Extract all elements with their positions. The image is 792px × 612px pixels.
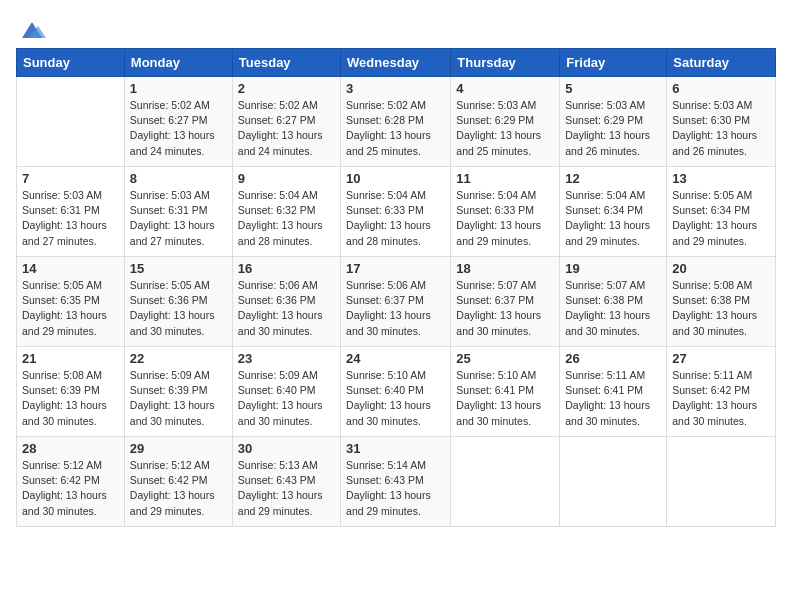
day-info: Sunrise: 5:08 AMSunset: 6:39 PMDaylight:… (22, 368, 119, 429)
day-number: 17 (346, 261, 445, 276)
page-header (16, 16, 776, 40)
day-number: 9 (238, 171, 335, 186)
day-info: Sunrise: 5:06 AMSunset: 6:37 PMDaylight:… (346, 278, 445, 339)
day-number: 3 (346, 81, 445, 96)
day-cell: 20Sunrise: 5:08 AMSunset: 6:38 PMDayligh… (667, 257, 776, 347)
weekday-tuesday: Tuesday (232, 49, 340, 77)
day-number: 26 (565, 351, 661, 366)
day-number: 29 (130, 441, 227, 456)
weekday-monday: Monday (124, 49, 232, 77)
day-cell: 7Sunrise: 5:03 AMSunset: 6:31 PMDaylight… (17, 167, 125, 257)
calendar-table: SundayMondayTuesdayWednesdayThursdayFrid… (16, 48, 776, 527)
day-number: 16 (238, 261, 335, 276)
day-info: Sunrise: 5:03 AMSunset: 6:29 PMDaylight:… (456, 98, 554, 159)
day-info: Sunrise: 5:14 AMSunset: 6:43 PMDaylight:… (346, 458, 445, 519)
day-number: 20 (672, 261, 770, 276)
weekday-saturday: Saturday (667, 49, 776, 77)
day-number: 19 (565, 261, 661, 276)
weekday-friday: Friday (560, 49, 667, 77)
day-cell: 11Sunrise: 5:04 AMSunset: 6:33 PMDayligh… (451, 167, 560, 257)
day-info: Sunrise: 5:07 AMSunset: 6:37 PMDaylight:… (456, 278, 554, 339)
day-cell: 23Sunrise: 5:09 AMSunset: 6:40 PMDayligh… (232, 347, 340, 437)
day-info: Sunrise: 5:06 AMSunset: 6:36 PMDaylight:… (238, 278, 335, 339)
day-number: 14 (22, 261, 119, 276)
day-cell: 22Sunrise: 5:09 AMSunset: 6:39 PMDayligh… (124, 347, 232, 437)
day-number: 21 (22, 351, 119, 366)
day-cell: 4Sunrise: 5:03 AMSunset: 6:29 PMDaylight… (451, 77, 560, 167)
day-info: Sunrise: 5:10 AMSunset: 6:40 PMDaylight:… (346, 368, 445, 429)
day-cell: 2Sunrise: 5:02 AMSunset: 6:27 PMDaylight… (232, 77, 340, 167)
day-number: 15 (130, 261, 227, 276)
day-info: Sunrise: 5:08 AMSunset: 6:38 PMDaylight:… (672, 278, 770, 339)
day-number: 24 (346, 351, 445, 366)
day-number: 2 (238, 81, 335, 96)
week-row-2: 7Sunrise: 5:03 AMSunset: 6:31 PMDaylight… (17, 167, 776, 257)
weekday-sunday: Sunday (17, 49, 125, 77)
day-info: Sunrise: 5:11 AMSunset: 6:42 PMDaylight:… (672, 368, 770, 429)
day-cell: 3Sunrise: 5:02 AMSunset: 6:28 PMDaylight… (341, 77, 451, 167)
week-row-3: 14Sunrise: 5:05 AMSunset: 6:35 PMDayligh… (17, 257, 776, 347)
day-cell: 27Sunrise: 5:11 AMSunset: 6:42 PMDayligh… (667, 347, 776, 437)
day-cell (667, 437, 776, 527)
day-cell: 16Sunrise: 5:06 AMSunset: 6:36 PMDayligh… (232, 257, 340, 347)
day-cell: 8Sunrise: 5:03 AMSunset: 6:31 PMDaylight… (124, 167, 232, 257)
day-cell: 26Sunrise: 5:11 AMSunset: 6:41 PMDayligh… (560, 347, 667, 437)
day-cell: 5Sunrise: 5:03 AMSunset: 6:29 PMDaylight… (560, 77, 667, 167)
day-cell (560, 437, 667, 527)
day-info: Sunrise: 5:02 AMSunset: 6:28 PMDaylight:… (346, 98, 445, 159)
day-number: 6 (672, 81, 770, 96)
day-number: 30 (238, 441, 335, 456)
day-info: Sunrise: 5:09 AMSunset: 6:40 PMDaylight:… (238, 368, 335, 429)
day-cell: 24Sunrise: 5:10 AMSunset: 6:40 PMDayligh… (341, 347, 451, 437)
day-number: 27 (672, 351, 770, 366)
day-cell: 13Sunrise: 5:05 AMSunset: 6:34 PMDayligh… (667, 167, 776, 257)
day-cell: 28Sunrise: 5:12 AMSunset: 6:42 PMDayligh… (17, 437, 125, 527)
day-cell: 19Sunrise: 5:07 AMSunset: 6:38 PMDayligh… (560, 257, 667, 347)
day-number: 7 (22, 171, 119, 186)
day-info: Sunrise: 5:04 AMSunset: 6:33 PMDaylight:… (456, 188, 554, 249)
day-number: 13 (672, 171, 770, 186)
day-info: Sunrise: 5:04 AMSunset: 6:34 PMDaylight:… (565, 188, 661, 249)
week-row-4: 21Sunrise: 5:08 AMSunset: 6:39 PMDayligh… (17, 347, 776, 437)
day-number: 8 (130, 171, 227, 186)
day-info: Sunrise: 5:11 AMSunset: 6:41 PMDaylight:… (565, 368, 661, 429)
day-info: Sunrise: 5:04 AMSunset: 6:32 PMDaylight:… (238, 188, 335, 249)
day-cell: 12Sunrise: 5:04 AMSunset: 6:34 PMDayligh… (560, 167, 667, 257)
day-info: Sunrise: 5:03 AMSunset: 6:31 PMDaylight:… (130, 188, 227, 249)
day-number: 31 (346, 441, 445, 456)
day-info: Sunrise: 5:03 AMSunset: 6:31 PMDaylight:… (22, 188, 119, 249)
weekday-thursday: Thursday (451, 49, 560, 77)
weekday-wednesday: Wednesday (341, 49, 451, 77)
day-number: 10 (346, 171, 445, 186)
day-info: Sunrise: 5:05 AMSunset: 6:35 PMDaylight:… (22, 278, 119, 339)
day-number: 12 (565, 171, 661, 186)
day-info: Sunrise: 5:04 AMSunset: 6:33 PMDaylight:… (346, 188, 445, 249)
day-info: Sunrise: 5:12 AMSunset: 6:42 PMDaylight:… (130, 458, 227, 519)
day-info: Sunrise: 5:03 AMSunset: 6:30 PMDaylight:… (672, 98, 770, 159)
week-row-5: 28Sunrise: 5:12 AMSunset: 6:42 PMDayligh… (17, 437, 776, 527)
day-number: 25 (456, 351, 554, 366)
day-number: 22 (130, 351, 227, 366)
day-cell: 10Sunrise: 5:04 AMSunset: 6:33 PMDayligh… (341, 167, 451, 257)
day-info: Sunrise: 5:12 AMSunset: 6:42 PMDaylight:… (22, 458, 119, 519)
day-cell: 17Sunrise: 5:06 AMSunset: 6:37 PMDayligh… (341, 257, 451, 347)
day-cell: 18Sunrise: 5:07 AMSunset: 6:37 PMDayligh… (451, 257, 560, 347)
logo (16, 16, 46, 40)
day-cell: 14Sunrise: 5:05 AMSunset: 6:35 PMDayligh… (17, 257, 125, 347)
day-cell (17, 77, 125, 167)
logo-icon (18, 16, 46, 44)
day-info: Sunrise: 5:05 AMSunset: 6:36 PMDaylight:… (130, 278, 227, 339)
day-cell: 9Sunrise: 5:04 AMSunset: 6:32 PMDaylight… (232, 167, 340, 257)
week-row-1: 1Sunrise: 5:02 AMSunset: 6:27 PMDaylight… (17, 77, 776, 167)
day-info: Sunrise: 5:02 AMSunset: 6:27 PMDaylight:… (130, 98, 227, 159)
day-number: 1 (130, 81, 227, 96)
day-cell: 31Sunrise: 5:14 AMSunset: 6:43 PMDayligh… (341, 437, 451, 527)
day-number: 11 (456, 171, 554, 186)
day-info: Sunrise: 5:05 AMSunset: 6:34 PMDaylight:… (672, 188, 770, 249)
day-cell: 29Sunrise: 5:12 AMSunset: 6:42 PMDayligh… (124, 437, 232, 527)
day-info: Sunrise: 5:02 AMSunset: 6:27 PMDaylight:… (238, 98, 335, 159)
day-info: Sunrise: 5:07 AMSunset: 6:38 PMDaylight:… (565, 278, 661, 339)
day-cell: 6Sunrise: 5:03 AMSunset: 6:30 PMDaylight… (667, 77, 776, 167)
weekday-header-row: SundayMondayTuesdayWednesdayThursdayFrid… (17, 49, 776, 77)
day-cell: 30Sunrise: 5:13 AMSunset: 6:43 PMDayligh… (232, 437, 340, 527)
